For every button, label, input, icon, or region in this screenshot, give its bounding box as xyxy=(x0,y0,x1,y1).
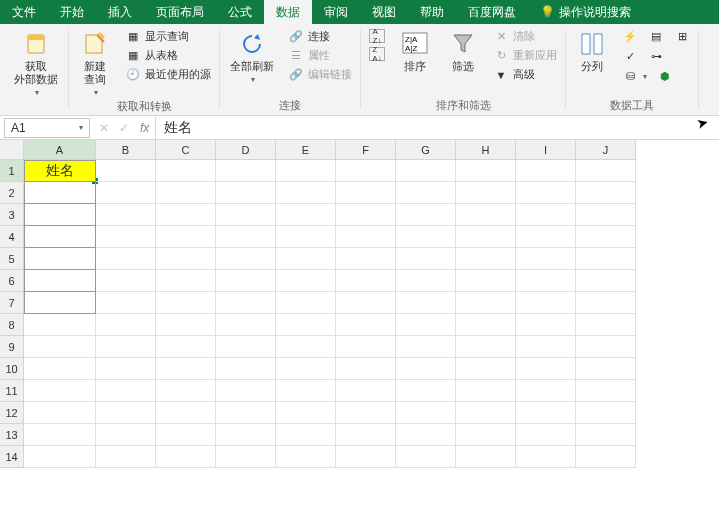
cell[interactable] xyxy=(156,358,216,380)
cell[interactable] xyxy=(456,424,516,446)
column-header[interactable]: H xyxy=(456,140,516,160)
cancel-formula-button[interactable]: ✕ xyxy=(94,121,114,135)
name-box[interactable]: A1▾ xyxy=(4,118,90,138)
row-header[interactable]: 6 xyxy=(0,270,24,292)
cell[interactable] xyxy=(336,160,396,182)
cell[interactable] xyxy=(336,248,396,270)
cell[interactable] xyxy=(156,336,216,358)
column-header[interactable]: A xyxy=(24,140,96,160)
remove-duplicates-button[interactable]: ▤ xyxy=(646,28,666,44)
tab-help[interactable]: 帮助 xyxy=(408,0,456,24)
column-header[interactable]: C xyxy=(156,140,216,160)
cell[interactable] xyxy=(516,182,576,204)
cell[interactable] xyxy=(276,270,336,292)
cell[interactable] xyxy=(576,182,636,204)
cell[interactable] xyxy=(276,292,336,314)
from-table-button[interactable]: ▦从表格 xyxy=(123,47,213,64)
cell[interactable] xyxy=(96,270,156,292)
enter-formula-button[interactable]: ✓ xyxy=(114,121,134,135)
tab-insert[interactable]: 插入 xyxy=(96,0,144,24)
cell[interactable] xyxy=(516,402,576,424)
cell[interactable] xyxy=(96,204,156,226)
cell[interactable] xyxy=(216,270,276,292)
row-header[interactable]: 8 xyxy=(0,314,24,336)
cell[interactable] xyxy=(456,182,516,204)
cell[interactable] xyxy=(456,248,516,270)
cell[interactable] xyxy=(216,292,276,314)
row-header[interactable]: 14 xyxy=(0,446,24,468)
cell[interactable] xyxy=(456,292,516,314)
row-header[interactable]: 1 xyxy=(0,160,24,182)
cell[interactable] xyxy=(456,226,516,248)
cell[interactable] xyxy=(156,424,216,446)
cell[interactable] xyxy=(216,402,276,424)
cell[interactable] xyxy=(96,314,156,336)
cell[interactable] xyxy=(96,380,156,402)
cell[interactable] xyxy=(216,226,276,248)
cell[interactable] xyxy=(516,204,576,226)
cell[interactable] xyxy=(396,226,456,248)
cell[interactable] xyxy=(456,358,516,380)
cell[interactable] xyxy=(516,358,576,380)
cell[interactable] xyxy=(576,336,636,358)
cell[interactable] xyxy=(276,226,336,248)
tab-formulas[interactable]: 公式 xyxy=(216,0,264,24)
cell[interactable] xyxy=(96,402,156,424)
cell[interactable] xyxy=(156,314,216,336)
cell[interactable] xyxy=(516,424,576,446)
advanced-filter-button[interactable]: ▼高级 xyxy=(491,66,559,83)
tab-review[interactable]: 审阅 xyxy=(312,0,360,24)
connections-button[interactable]: 🔗连接 xyxy=(286,28,354,45)
cell[interactable]: 姓名 xyxy=(24,160,96,182)
sort-za-button[interactable]: ZA↓ xyxy=(367,46,387,62)
cell[interactable] xyxy=(24,402,96,424)
refresh-all-button[interactable]: 全部刷新 ▾ xyxy=(226,28,278,86)
tab-tell-me[interactable]: 💡操作说明搜索 xyxy=(528,0,643,24)
text-to-columns-button[interactable]: 分列 xyxy=(572,28,612,75)
cell[interactable] xyxy=(156,446,216,468)
cell[interactable] xyxy=(516,270,576,292)
properties-button[interactable]: ☰属性 xyxy=(286,47,354,64)
column-header[interactable]: D xyxy=(216,140,276,160)
row-header[interactable]: 5 xyxy=(0,248,24,270)
column-header[interactable]: F xyxy=(336,140,396,160)
cell[interactable] xyxy=(96,424,156,446)
cell[interactable] xyxy=(456,314,516,336)
cell[interactable] xyxy=(24,336,96,358)
edit-links-button[interactable]: 🔗编辑链接 xyxy=(286,66,354,83)
cell[interactable] xyxy=(24,248,96,270)
cell[interactable] xyxy=(96,292,156,314)
cell[interactable] xyxy=(336,336,396,358)
cell[interactable] xyxy=(276,424,336,446)
cell[interactable] xyxy=(156,292,216,314)
sort-az-button[interactable]: AZ↓ xyxy=(367,28,387,44)
cell[interactable] xyxy=(516,380,576,402)
cell[interactable] xyxy=(216,424,276,446)
cell[interactable] xyxy=(456,402,516,424)
cell[interactable] xyxy=(24,358,96,380)
cell[interactable] xyxy=(336,182,396,204)
cell[interactable] xyxy=(396,248,456,270)
cell[interactable] xyxy=(396,182,456,204)
cell[interactable] xyxy=(24,182,96,204)
row-header[interactable]: 4 xyxy=(0,226,24,248)
column-header[interactable]: E xyxy=(276,140,336,160)
cell[interactable] xyxy=(576,380,636,402)
show-queries-button[interactable]: ▦显示查询 xyxy=(123,28,213,45)
cell[interactable] xyxy=(336,402,396,424)
spreadsheet-grid[interactable]: ABCDEFGHIJ 1姓名234567891011121314 xyxy=(0,140,719,508)
cell[interactable] xyxy=(576,160,636,182)
column-header[interactable]: J xyxy=(576,140,636,160)
cell[interactable] xyxy=(456,446,516,468)
row-header[interactable]: 13 xyxy=(0,424,24,446)
cell[interactable] xyxy=(156,380,216,402)
cell[interactable] xyxy=(96,226,156,248)
tab-file[interactable]: 文件 xyxy=(0,0,48,24)
relationships-button[interactable]: ⊶ xyxy=(646,48,666,64)
cell[interactable] xyxy=(276,380,336,402)
cell[interactable] xyxy=(396,358,456,380)
tab-home[interactable]: 开始 xyxy=(48,0,96,24)
cell[interactable] xyxy=(576,204,636,226)
what-if-button[interactable]: ⬢ xyxy=(655,68,675,84)
cell[interactable] xyxy=(276,314,336,336)
